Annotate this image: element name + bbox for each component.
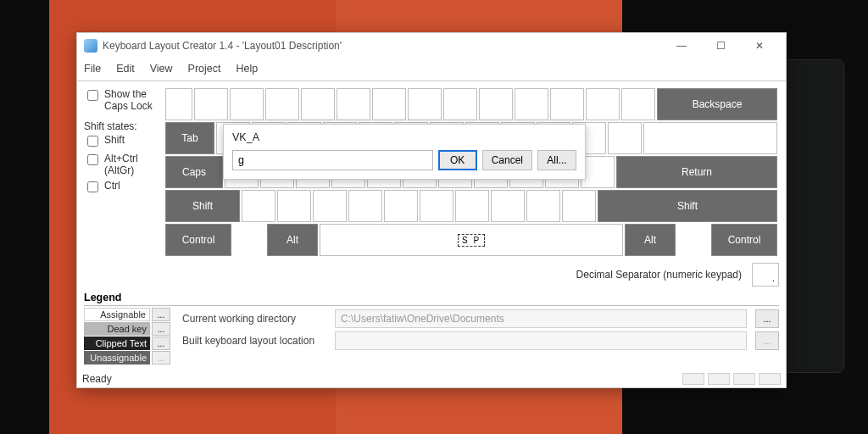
legend-assignable: Assignable (84, 308, 150, 321)
key-backspace[interactable]: Backspace (657, 88, 777, 120)
key[interactable] (621, 88, 655, 120)
key[interactable] (526, 190, 560, 222)
key[interactable] (515, 88, 548, 120)
key-edit-dialog: VK_A OK Cancel All... (223, 124, 586, 180)
key[interactable] (491, 190, 525, 222)
menu-view[interactable]: View (150, 63, 173, 75)
built-field (335, 331, 747, 350)
key[interactable] (550, 88, 584, 120)
menu-project[interactable]: Project (188, 63, 221, 75)
legend-clipped: Clipped Text (84, 337, 150, 350)
decimal-separator-label: Decimal Separator (numeric keypad) (576, 269, 742, 281)
key-shift-right[interactable]: Shift (598, 190, 777, 222)
status-cell (733, 373, 755, 385)
key[interactable] (443, 88, 477, 120)
titlebar: Keyboard Layout Creator 1.4 - 'Layout01 … (77, 33, 786, 58)
status-cell (682, 373, 704, 385)
built-browse-button: ... (755, 331, 779, 350)
cwd-field (335, 309, 747, 328)
status-cell (708, 373, 730, 385)
ok-button[interactable]: OK (438, 150, 477, 170)
key[interactable] (643, 122, 777, 154)
menu-edit[interactable]: Edit (116, 63, 135, 75)
maximize-button[interactable]: ☐ (701, 33, 740, 58)
key-control-left[interactable]: Control (165, 224, 231, 256)
key[interactable] (455, 190, 489, 222)
key[interactable] (408, 88, 442, 120)
legend-unassignable: Unassignable (84, 351, 150, 364)
key-alt-left[interactable]: Alt (267, 224, 318, 256)
key[interactable] (608, 122, 642, 154)
status-bar: Ready (77, 370, 786, 387)
key[interactable] (581, 156, 615, 188)
key[interactable] (265, 88, 299, 120)
status-text: Ready (82, 373, 112, 385)
key[interactable] (586, 88, 620, 120)
built-label: Built keyboard layout location (182, 335, 326, 347)
key[interactable] (348, 190, 382, 222)
menu-file[interactable]: File (84, 63, 101, 75)
key-space[interactable]: S P (320, 224, 623, 256)
shift-checkbox[interactable]: Shift (84, 134, 160, 149)
popup-label: VK_A (232, 131, 576, 143)
key-caps[interactable]: Caps (165, 156, 223, 188)
key[interactable] (337, 88, 370, 120)
legend-assignable-btn[interactable]: ... (152, 308, 170, 321)
space-indicator: S P (458, 234, 485, 247)
key[interactable] (313, 190, 347, 222)
key-return[interactable]: Return (616, 156, 777, 188)
key[interactable] (479, 88, 513, 120)
menubar: File Edit View Project Help (77, 58, 786, 79)
keyboard-area: Backspace Tab Caps Return Shift Shift (165, 88, 779, 287)
key[interactable] (372, 88, 406, 120)
key-alt-right[interactable]: Alt (625, 224, 676, 256)
app-icon (84, 39, 97, 53)
key[interactable] (242, 190, 275, 222)
popup-input[interactable] (232, 150, 433, 170)
legend-unassignable-btn: ... (152, 351, 170, 364)
options-panel: Show the Caps Lock Shift states: Shift A… (84, 88, 160, 287)
legend-deadkey: Dead key (84, 322, 150, 336)
shift-states-label: Shift states: (84, 120, 160, 132)
key-control-right[interactable]: Control (711, 224, 777, 256)
show-caps-checkbox[interactable]: Show the Caps Lock (84, 88, 160, 112)
key[interactable] (384, 190, 418, 222)
key[interactable] (165, 88, 192, 120)
cwd-browse-button[interactable]: ... (755, 309, 779, 328)
key[interactable] (230, 88, 264, 120)
key-tab[interactable]: Tab (165, 122, 214, 154)
cwd-label: Current working directory (182, 313, 326, 325)
legend-list: Assignable... Dead key... Clipped Text..… (84, 308, 170, 365)
decimal-separator-key[interactable]: . (752, 263, 779, 287)
key[interactable] (277, 190, 311, 222)
key[interactable] (301, 88, 335, 120)
status-cell (759, 373, 781, 385)
key[interactable] (562, 190, 596, 222)
minimize-button[interactable]: — (662, 33, 701, 58)
all-button[interactable]: All... (537, 150, 576, 170)
menu-help[interactable]: Help (236, 63, 258, 75)
key[interactable] (420, 190, 453, 222)
legend-title: Legend (84, 292, 779, 306)
key-shift-left[interactable]: Shift (165, 190, 240, 222)
legend-deadkey-btn[interactable]: ... (152, 322, 170, 336)
window-title: Keyboard Layout Creator 1.4 - 'Layout01 … (103, 40, 342, 52)
app-window: Keyboard Layout Creator 1.4 - 'Layout01 … (76, 32, 787, 388)
legend-clipped-btn[interactable]: ... (152, 337, 170, 350)
ctrl-checkbox[interactable]: Ctrl (84, 180, 160, 195)
cancel-button[interactable]: Cancel (482, 150, 532, 170)
altgr-checkbox[interactable]: Alt+Ctrl (AltGr) (84, 153, 160, 176)
key[interactable] (194, 88, 228, 120)
close-button[interactable]: ✕ (740, 33, 779, 58)
